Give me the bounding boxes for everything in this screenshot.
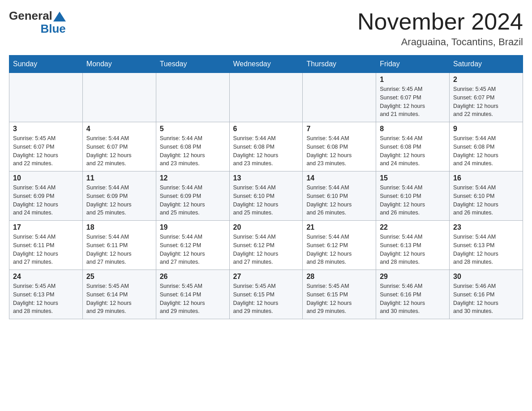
day-number: 8 [380, 125, 446, 133]
month-title: November 2024 [357, 9, 523, 34]
calendar-body: 1Sunrise: 5:45 AMSunset: 6:07 PMDaylight… [9, 73, 523, 319]
calendar-cell: 29Sunrise: 5:46 AMSunset: 6:16 PMDayligh… [376, 270, 450, 319]
day-number: 30 [453, 273, 519, 281]
day-number: 20 [233, 223, 299, 231]
day-number: 22 [380, 223, 446, 231]
calendar-cell: 27Sunrise: 5:45 AMSunset: 6:15 PMDayligh… [229, 270, 303, 319]
day-info: Sunrise: 5:45 AMSunset: 6:07 PMDaylight:… [453, 85, 519, 119]
day-info: Sunrise: 5:44 AMSunset: 6:10 PMDaylight:… [380, 184, 446, 217]
calendar-cell: 28Sunrise: 5:45 AMSunset: 6:15 PMDayligh… [303, 270, 376, 319]
calendar-cell: 24Sunrise: 5:45 AMSunset: 6:13 PMDayligh… [9, 270, 83, 319]
day-number: 12 [160, 174, 226, 182]
calendar-row: 1Sunrise: 5:45 AMSunset: 6:07 PMDaylight… [9, 73, 523, 122]
day-info: Sunrise: 5:44 AMSunset: 6:12 PMDaylight:… [160, 233, 226, 266]
day-info: Sunrise: 5:44 AMSunset: 6:10 PMDaylight:… [306, 184, 372, 217]
day-info: Sunrise: 5:44 AMSunset: 6:10 PMDaylight:… [453, 184, 519, 217]
day-number: 3 [13, 125, 79, 133]
day-info: Sunrise: 5:44 AMSunset: 6:08 PMDaylight:… [453, 134, 519, 168]
calendar-cell: 20Sunrise: 5:44 AMSunset: 6:12 PMDayligh… [229, 221, 303, 270]
day-info: Sunrise: 5:44 AMSunset: 6:12 PMDaylight:… [306, 233, 372, 266]
day-number: 24 [13, 273, 79, 281]
location-text: Araguaina, Tocantins, Brazil [357, 36, 523, 48]
calendar-cell: 21Sunrise: 5:44 AMSunset: 6:12 PMDayligh… [303, 221, 376, 270]
day-number: 4 [86, 125, 152, 133]
day-info: Sunrise: 5:45 AMSunset: 6:07 PMDaylight:… [13, 134, 79, 168]
calendar-cell: 12Sunrise: 5:44 AMSunset: 6:09 PMDayligh… [156, 171, 229, 221]
day-info: Sunrise: 5:45 AMSunset: 6:14 PMDaylight:… [160, 282, 226, 316]
calendar-cell: 16Sunrise: 5:44 AMSunset: 6:10 PMDayligh… [450, 171, 523, 221]
calendar-cell [229, 73, 303, 122]
day-info: Sunrise: 5:44 AMSunset: 6:09 PMDaylight:… [86, 184, 152, 217]
weekday-header-wednesday: Wednesday [229, 56, 303, 73]
day-info: Sunrise: 5:45 AMSunset: 6:15 PMDaylight:… [306, 282, 372, 316]
day-number: 26 [160, 273, 226, 281]
day-number: 29 [380, 273, 446, 281]
day-number: 21 [306, 223, 372, 231]
day-number: 17 [13, 223, 79, 231]
calendar-cell: 13Sunrise: 5:44 AMSunset: 6:10 PMDayligh… [229, 171, 303, 221]
calendar-cell: 1Sunrise: 5:45 AMSunset: 6:07 PMDaylight… [376, 73, 450, 122]
logo: General Blue [9, 9, 66, 36]
calendar-row: 17Sunrise: 5:44 AMSunset: 6:11 PMDayligh… [9, 221, 523, 270]
calendar-cell: 26Sunrise: 5:45 AMSunset: 6:14 PMDayligh… [156, 270, 229, 319]
calendar-cell: 19Sunrise: 5:44 AMSunset: 6:12 PMDayligh… [156, 221, 229, 270]
weekday-header-thursday: Thursday [303, 56, 376, 73]
weekday-header-monday: Monday [82, 56, 156, 73]
calendar-cell: 6Sunrise: 5:44 AMSunset: 6:08 PMDaylight… [229, 122, 303, 171]
title-block: November 2024 Araguaina, Tocantins, Braz… [357, 9, 523, 48]
calendar-cell: 11Sunrise: 5:44 AMSunset: 6:09 PMDayligh… [82, 171, 156, 221]
calendar-cell: 25Sunrise: 5:45 AMSunset: 6:14 PMDayligh… [82, 270, 156, 319]
day-number: 15 [380, 174, 446, 182]
day-info: Sunrise: 5:44 AMSunset: 6:10 PMDaylight:… [233, 184, 299, 217]
logo-icon: General Blue [9, 9, 66, 36]
day-info: Sunrise: 5:44 AMSunset: 6:07 PMDaylight:… [86, 134, 152, 168]
day-number: 18 [86, 223, 152, 231]
calendar-cell: 14Sunrise: 5:44 AMSunset: 6:10 PMDayligh… [303, 171, 376, 221]
weekday-header-tuesday: Tuesday [156, 56, 229, 73]
calendar-cell: 8Sunrise: 5:44 AMSunset: 6:08 PMDaylight… [376, 122, 450, 171]
day-info: Sunrise: 5:45 AMSunset: 6:14 PMDaylight:… [86, 282, 152, 316]
day-info: Sunrise: 5:44 AMSunset: 6:13 PMDaylight:… [453, 233, 519, 266]
calendar-cell: 18Sunrise: 5:44 AMSunset: 6:11 PMDayligh… [82, 221, 156, 270]
calendar-row: 24Sunrise: 5:45 AMSunset: 6:13 PMDayligh… [9, 270, 523, 319]
calendar-cell: 7Sunrise: 5:44 AMSunset: 6:08 PMDaylight… [303, 122, 376, 171]
day-number: 28 [306, 273, 372, 281]
day-number: 16 [453, 174, 519, 182]
calendar-cell: 15Sunrise: 5:44 AMSunset: 6:10 PMDayligh… [376, 171, 450, 221]
day-info: Sunrise: 5:44 AMSunset: 6:13 PMDaylight:… [380, 233, 446, 266]
calendar-cell: 3Sunrise: 5:45 AMSunset: 6:07 PMDaylight… [9, 122, 83, 171]
day-number: 19 [160, 223, 226, 231]
day-number: 13 [233, 174, 299, 182]
calendar-cell [9, 73, 83, 122]
logo-blue-text: Blue [40, 22, 65, 35]
calendar-cell: 2Sunrise: 5:45 AMSunset: 6:07 PMDaylight… [450, 73, 523, 122]
day-number: 2 [453, 76, 519, 84]
calendar-cell: 17Sunrise: 5:44 AMSunset: 6:11 PMDayligh… [9, 221, 83, 270]
calendar-row: 10Sunrise: 5:44 AMSunset: 6:09 PMDayligh… [9, 171, 523, 221]
day-number: 23 [453, 223, 519, 231]
day-info: Sunrise: 5:44 AMSunset: 6:11 PMDaylight:… [86, 233, 152, 266]
day-info: Sunrise: 5:46 AMSunset: 6:16 PMDaylight:… [380, 282, 446, 316]
calendar-cell: 4Sunrise: 5:44 AMSunset: 6:07 PMDaylight… [82, 122, 156, 171]
calendar-cell: 22Sunrise: 5:44 AMSunset: 6:13 PMDayligh… [376, 221, 450, 270]
day-info: Sunrise: 5:44 AMSunset: 6:08 PMDaylight:… [380, 134, 446, 168]
day-info: Sunrise: 5:44 AMSunset: 6:08 PMDaylight:… [233, 134, 299, 168]
page-header: General Blue November 2024 Araguaina, To… [9, 9, 523, 48]
day-info: Sunrise: 5:44 AMSunset: 6:11 PMDaylight:… [13, 233, 79, 266]
day-number: 1 [380, 76, 446, 84]
logo-triangle-icon [53, 12, 66, 21]
calendar-cell: 5Sunrise: 5:44 AMSunset: 6:08 PMDaylight… [156, 122, 229, 171]
day-number: 11 [86, 174, 152, 182]
calendar-cell: 10Sunrise: 5:44 AMSunset: 6:09 PMDayligh… [9, 171, 83, 221]
calendar-header: SundayMondayTuesdayWednesdayThursdayFrid… [9, 56, 523, 73]
day-info: Sunrise: 5:46 AMSunset: 6:16 PMDaylight:… [453, 282, 519, 316]
day-info: Sunrise: 5:44 AMSunset: 6:08 PMDaylight:… [306, 134, 372, 168]
day-number: 25 [86, 273, 152, 281]
day-info: Sunrise: 5:44 AMSunset: 6:09 PMDaylight:… [13, 184, 79, 217]
calendar-cell: 23Sunrise: 5:44 AMSunset: 6:13 PMDayligh… [450, 221, 523, 270]
day-number: 14 [306, 174, 372, 182]
day-number: 5 [160, 125, 226, 133]
calendar-cell [156, 73, 229, 122]
day-info: Sunrise: 5:44 AMSunset: 6:08 PMDaylight:… [160, 134, 226, 168]
weekday-header-friday: Friday [376, 56, 450, 73]
